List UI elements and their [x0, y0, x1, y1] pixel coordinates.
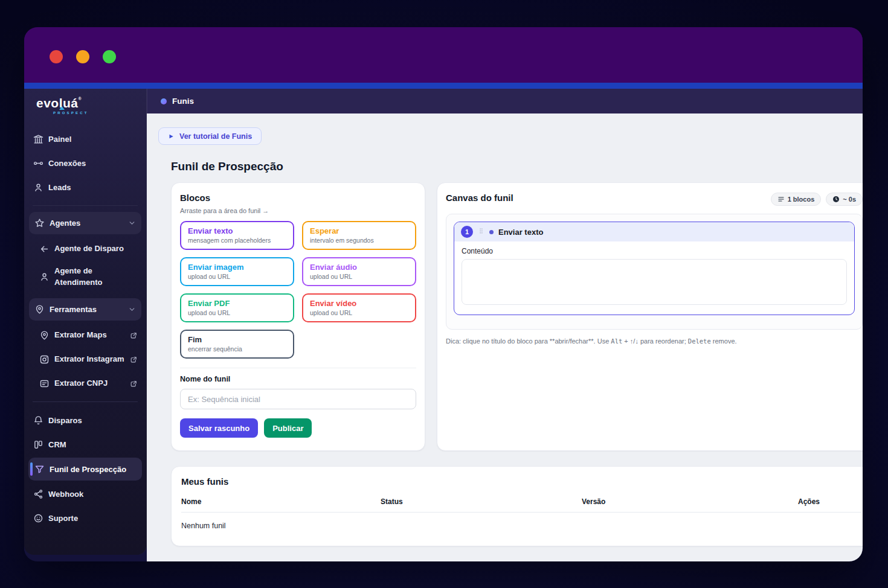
status-dot-icon: [161, 98, 167, 104]
sidebar-item-extrator-instagram[interactable]: Extrator Instagram: [24, 347, 146, 371]
brand-wordmark: evoluá®: [36, 96, 82, 110]
active-accent-bar: [30, 462, 33, 476]
instagram-icon: [39, 354, 50, 365]
block-enviar-imagem[interactable]: Enviar imagem upload ou URL: [180, 257, 294, 286]
sidebar-group-agentes[interactable]: Agentes: [29, 212, 141, 234]
arrow-left-icon: [39, 244, 50, 254]
content-textarea[interactable]: [462, 259, 847, 305]
window-titlebar: [24, 27, 863, 83]
funnel-icon: [34, 464, 45, 475]
save-draft-button[interactable]: Salvar rascunho: [180, 418, 258, 438]
external-link-icon: [130, 331, 138, 339]
zoom-window-button[interactable]: [103, 50, 116, 63]
sidebar-item-suporte[interactable]: Suporte: [24, 506, 146, 530]
duration-badge: ~ 0s: [826, 193, 863, 206]
blocks-panel-title: Blocos: [180, 193, 416, 203]
sidebar-item-agente-atendimento[interactable]: Agente de Atendimento: [24, 261, 146, 292]
sidebar-item-painel[interactable]: Painel: [24, 127, 146, 151]
chevron-down-icon: [128, 305, 136, 313]
map-pin-icon: [34, 304, 45, 315]
sidebar-divider: [33, 205, 138, 206]
sidebar-item-webhook[interactable]: Webhook: [24, 482, 146, 506]
topbar-title: Funis: [172, 97, 194, 106]
user-icon: [39, 272, 50, 282]
clock-icon: [832, 196, 840, 203]
sidebar-item-agente-disparo[interactable]: Agente de Disparo: [24, 237, 146, 261]
divider: [180, 368, 416, 368]
sidebar-item-extrator-maps[interactable]: Extrator Maps: [24, 323, 146, 347]
sidebar-item-crm[interactable]: CRM: [24, 432, 146, 456]
page-content: Ver tutorial de Funis Funil de Prospecçã…: [147, 113, 863, 561]
canvas-panel-title: Canvas do funil: [446, 193, 513, 203]
funnel-name-input[interactable]: [180, 389, 416, 409]
funnel-canvas[interactable]: 1 Enviar texto Conteúdo: [446, 214, 863, 330]
my-funnels-panel: Meus funis Nome Status Versão Ações: [171, 466, 863, 546]
block-fim[interactable]: Fim encerrar sequência: [180, 330, 294, 359]
column-header-nome: Nome: [181, 494, 381, 513]
sidebar: evoluá® PROSPECT Painel Conexões Leads: [24, 89, 147, 555]
blocks-grid: Enviar texto mensagem com placeholders E…: [180, 221, 416, 359]
external-link-icon: [130, 380, 138, 388]
canvas-block-enviar-texto: 1 Enviar texto Conteúdo: [454, 222, 855, 315]
chevron-down-icon: [128, 219, 136, 227]
table-row-empty: Nenhum funil: [181, 513, 861, 542]
canvas-hint: Dica: clique no título do bloco para **a…: [446, 337, 863, 345]
sidebar-item-disparos[interactable]: Disparos: [24, 408, 146, 432]
user-icon: [33, 182, 43, 193]
link-icon: [33, 158, 43, 168]
sidebar-item-funil-de-prospeccao[interactable]: Funil de Prospecção: [28, 458, 142, 481]
sidebar-group-ferramentas[interactable]: Ferramentas: [29, 298, 141, 321]
block-enviar-audio[interactable]: Enviar áudio upload ou URL: [302, 257, 416, 286]
content-label: Conteúdo: [462, 247, 847, 255]
blocks-panel-subtitle: Arraste para a área do funil →: [180, 207, 416, 214]
blocks-panel: Blocos Arraste para a área do funil → En…: [171, 182, 425, 451]
canvas-block-header[interactable]: 1 Enviar texto: [454, 222, 854, 241]
topbar: Funis: [147, 89, 863, 113]
id-card-icon: [39, 379, 50, 389]
smile-icon: [33, 513, 43, 523]
block-esperar[interactable]: Esperar intervalo em segundos: [302, 221, 416, 250]
play-icon: [168, 133, 174, 139]
kanban-icon: [33, 439, 43, 450]
sidebar-nav: Painel Conexões Leads Agentes: [24, 118, 146, 555]
empty-state-text: Nenhum funil: [181, 513, 861, 542]
minimize-window-button[interactable]: [76, 50, 89, 63]
external-link-icon: [130, 356, 138, 363]
canvas-block-title: Enviar texto: [498, 228, 543, 237]
share-icon: [33, 489, 43, 499]
column-header-status: Status: [381, 494, 582, 513]
map-pin-icon: [39, 330, 50, 340]
app-window: evoluá® PROSPECT Painel Conexões Leads: [24, 27, 863, 561]
tutorial-button[interactable]: Ver tutorial de Funis: [158, 127, 262, 145]
main-area: Funis Ver tutorial de Funis Funil de Pro…: [147, 89, 863, 561]
funnel-name-label: Nome do funil: [180, 375, 416, 383]
landmark-icon: [33, 134, 43, 144]
bell-icon: [33, 415, 43, 426]
block-type-dot-icon: [489, 230, 494, 234]
my-funnels-table: Nome Status Versão Ações Nenhum funil: [181, 494, 861, 541]
block-enviar-texto[interactable]: Enviar texto mensagem com placeholders: [180, 221, 294, 250]
column-header-versao: Versão: [582, 494, 798, 513]
traffic-lights: [50, 50, 116, 63]
brand-subtitle: PROSPECT: [53, 111, 146, 115]
blocks-count-badge: 1 blocos: [771, 193, 822, 206]
sidebar-item-extrator-cnpj[interactable]: Extrator CNPJ: [24, 371, 146, 395]
close-window-button[interactable]: [50, 50, 63, 63]
brand-logo: evoluá® PROSPECT: [24, 89, 146, 118]
sidebar-item-conexoes[interactable]: Conexões: [24, 151, 146, 175]
block-number-badge: 1: [461, 226, 473, 238]
publish-button[interactable]: Publicar: [264, 418, 312, 438]
my-funnels-title: Meus funis: [181, 476, 861, 487]
list-icon: [777, 196, 785, 203]
block-enviar-video[interactable]: Enviar vídeo upload ou URL: [302, 293, 416, 322]
page-title: Funil de Prospecção: [171, 160, 863, 173]
sidebar-divider: [33, 401, 138, 402]
sidebar-item-leads[interactable]: Leads: [24, 175, 146, 199]
column-header-acoes: Ações: [798, 494, 861, 513]
drag-handle-icon[interactable]: [478, 228, 484, 236]
accent-strip: [24, 83, 863, 89]
block-enviar-pdf[interactable]: Enviar PDF upload ou URL: [180, 293, 294, 322]
star-icon: [34, 218, 45, 228]
canvas-panel: Canvas do funil 1 blocos ~ 0s: [437, 182, 863, 451]
